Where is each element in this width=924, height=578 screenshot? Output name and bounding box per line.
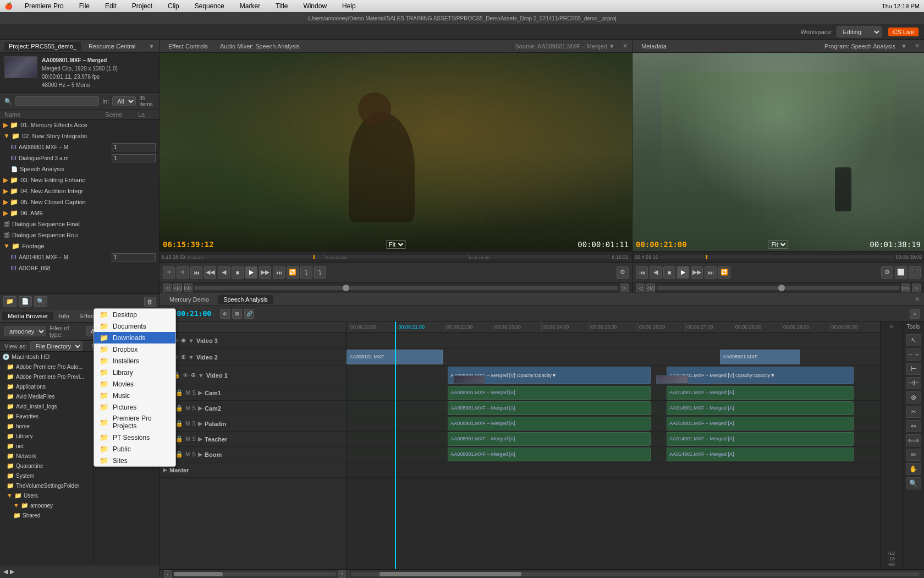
source-mark-in[interactable]: ⌗ [163, 266, 175, 279]
tree-item-aa014[interactable]: 🎞 AA014801.MXF – M [0, 252, 159, 263]
tab-speech-analysis[interactable]: Speech Analysis [218, 295, 273, 304]
track-collapse-a1[interactable]: ▶ [198, 389, 202, 396]
tree-item-01[interactable]: ▶ 📁 01. Mercury Effects Acce [0, 119, 159, 130]
clip-aa014901-a2[interactable]: AA014901.MXF – Merged [A] [667, 401, 854, 415]
tab-info[interactable]: Info [53, 312, 74, 320]
tool-hand[interactable]: ✋ [906, 463, 921, 475]
tool-slip[interactable]: ⇔ [906, 420, 921, 432]
tree-shared[interactable]: 📁 Shared [0, 510, 93, 520]
program-dropdown-btn[interactable]: ▼ [901, 43, 907, 50]
tree-library[interactable]: 📁 Library [0, 431, 93, 441]
tree-item-06[interactable]: ▶ 📁 06. AME [0, 208, 159, 219]
apple-menu[interactable]: 🍎 [4, 2, 13, 10]
clip-aa014901-a3[interactable]: AA014901.MXF – Merged [A] [667, 417, 854, 430]
track-mute-a4[interactable]: M [185, 436, 190, 442]
find-button[interactable]: 🔍 [34, 296, 47, 307]
track-v3-clips[interactable] [346, 332, 880, 349]
new-bin-button[interactable]: 📁 [3, 296, 16, 307]
close-source-monitor[interactable]: ✕ [623, 42, 628, 50]
dropdown-installers[interactable]: 📁 Installers [94, 355, 175, 367]
workspace-select[interactable]: Editing [837, 26, 882, 37]
tree-item-dialogue[interactable]: 🎞 DialoguePond 3 a.m [0, 152, 159, 163]
file-dropdown[interactable]: 📁 Desktop 📁 Documents 📁 Downloads 📁 Drop… [94, 308, 176, 467]
track-mute-a5[interactable]: M [185, 451, 190, 457]
track-collapse-a3[interactable]: ▶ [198, 420, 202, 427]
tree-net[interactable]: 📁 net [0, 441, 93, 451]
track-a2-clips[interactable]: AA008901.MXF – Merged [A] AA014901.MXF –… [346, 401, 880, 416]
program-play-back[interactable]: ◀ [650, 266, 662, 279]
source-play[interactable]: ▶ [245, 266, 257, 279]
tree-item-dialogue-final[interactable]: 🎬 Dialogue Sequence Final [0, 219, 159, 230]
clip-aa008901-a3[interactable]: AA008901.MXF – Merged [A] [448, 417, 651, 430]
clip-aa008901-a2[interactable]: AA008901.MXF – Merged [A] [448, 401, 651, 415]
track-collapse-master[interactable]: ▶ [163, 466, 167, 473]
user-select[interactable]: amooney [4, 326, 46, 336]
track-solo-a3[interactable]: S [192, 421, 196, 427]
dropdown-premiere-projects[interactable]: 📁 Premiere Pro Projects [94, 413, 175, 432]
clip-aa008901-a1[interactable]: AA008901.MXF – Merged [A] [448, 386, 651, 399]
tool-selection[interactable]: ↖ [906, 334, 921, 346]
tree-item-05[interactable]: ▶ 📁 05. New Closed Caption [0, 197, 159, 208]
source-overwrite[interactable]: ⤵ [314, 266, 326, 279]
tree-volume-settings[interactable]: 📁 TheVolumeSettingsFolder [0, 481, 93, 490]
menu-premiere-pro[interactable]: Premiere Pro [21, 1, 67, 11]
view-as-select[interactable]: File Directory [30, 341, 82, 351]
metadata-tab[interactable]: Metadata [637, 42, 671, 51]
in-select[interactable]: All [112, 96, 136, 106]
program-stop[interactable]: ■ [663, 266, 675, 279]
track-lock-a4[interactable]: 🔒 [175, 435, 183, 443]
program-loop[interactable]: 🔁 [718, 266, 730, 279]
clip-aa014901-a1[interactable]: AA014901.MXF – Merged [A] [667, 386, 854, 399]
tree-premiere-auto[interactable]: 📁 Adobe Premiere Pro Auto... [0, 362, 93, 372]
program-jog-bar[interactable] [657, 286, 900, 290]
track-mute-a3[interactable]: M [185, 421, 190, 427]
tool-razor[interactable]: ✂ [906, 406, 921, 418]
tab-mercury-demo[interactable]: Mercury Demo [164, 295, 215, 304]
tree-item-dialogue-rou[interactable]: 🎬 Dialogue Sequence Rou [0, 230, 159, 241]
clip-input[interactable] [112, 154, 156, 162]
track-collapse-a5[interactable]: ▶ [198, 451, 202, 458]
source-go-out[interactable]: ⏭ [273, 266, 285, 279]
clip-aa008901-a5[interactable]: AA008901.MXF – Merged [A] [448, 448, 651, 461]
tree-premiere-previ[interactable]: 📁 Adobe Premiere Pro Previ... [0, 372, 93, 381]
menu-edit[interactable]: Edit [102, 1, 120, 11]
source-jog-bar[interactable] [194, 286, 618, 290]
track-mute-a1[interactable]: M [185, 390, 190, 396]
menu-sequence[interactable]: Sequence [191, 1, 228, 11]
tab-media-browser[interactable]: Media Browser [2, 312, 53, 320]
zoom-out-btn[interactable]: - [164, 570, 172, 578]
track-solo-a2[interactable]: S [192, 405, 196, 411]
menu-project[interactable]: Project [129, 1, 156, 11]
source-shuttle-left[interactable]: ◁◁ [173, 283, 182, 292]
tool-rolling-edit[interactable]: ⊣⊢ [906, 377, 921, 389]
tree-item-04[interactable]: ▶ 📁 04. New Audition Integr [0, 186, 159, 197]
clip-aa008901-v2[interactable]: AA008901.MXF [720, 350, 800, 364]
menu-title[interactable]: Title [272, 1, 291, 11]
track-solo-a1[interactable]: S [192, 390, 196, 396]
cs-live-button[interactable]: CS Live [888, 28, 919, 36]
track-solo-a4[interactable]: S [192, 436, 196, 442]
track-lock-a2[interactable]: 🔒 [175, 405, 183, 412]
track-collapse-a4[interactable]: ▶ [198, 435, 202, 443]
program-safe-zones[interactable]: ⬜ [895, 266, 907, 279]
menu-help[interactable]: Help [339, 1, 359, 11]
source-jog-left[interactable]: ◁ [163, 283, 172, 292]
dropdown-sites[interactable]: 📁 Sites [94, 455, 175, 466]
dropdown-documents[interactable]: 📁 Documents [94, 320, 175, 332]
source-jog-right[interactable]: ▷ [620, 283, 629, 292]
tool-track-select[interactable]: →→ [906, 348, 921, 361]
clip-aa008101[interactable]: AA008101.MXF [346, 350, 443, 364]
tree-item-speech[interactable]: 📄 Speech Analysis [0, 163, 159, 175]
source-loop[interactable]: 🔁 [287, 266, 299, 279]
zoom-in-btn[interactable]: + [338, 570, 346, 578]
source-go-in[interactable]: ⏮ [190, 266, 202, 279]
track-a1-clips[interactable]: AA008901.MXF – Merged [A] AA014901.MXF –… [346, 385, 880, 401]
track-sync-v1[interactable]: ⊕ [191, 372, 196, 379]
timeline-scroll-track[interactable] [351, 572, 920, 576]
dropdown-downloads[interactable]: 📁 Downloads [94, 332, 175, 343]
program-step-fwd[interactable]: ▶▶ [691, 266, 703, 279]
zoom-slider[interactable] [174, 572, 336, 576]
tab-effect-controls[interactable]: Effect Controls [164, 42, 212, 51]
program-step-back[interactable]: ⏮ [636, 266, 648, 279]
track-v1-clips[interactable]: AA008901.MXF – Merged [V] Opacity:Opacit… [346, 366, 880, 385]
